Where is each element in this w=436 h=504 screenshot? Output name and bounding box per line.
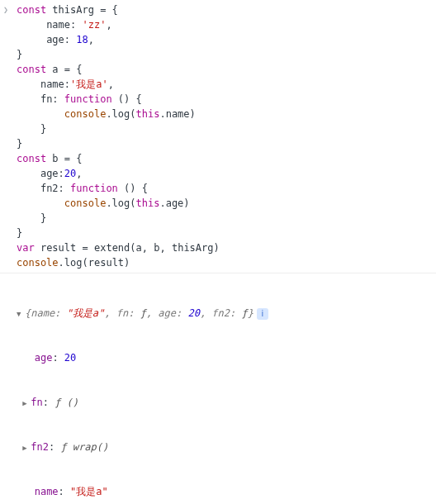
object-preview: {name: "我是a", fn: ƒ, age: 20, fn2: ƒ} [25,307,254,319]
object-prop-age[interactable]: age: 20 [17,350,431,365]
code-content: const thisArg = { name: 'zz', age: 18, }… [17,2,431,270]
object-summary-line[interactable]: {name: "我是a", fn: ƒ, age: 20, fn2: ƒ}i [17,306,431,321]
log-gutter [3,276,17,277]
input-marker-icon [3,2,17,16]
disclosure-triangle-right-icon[interactable] [22,443,31,454]
devtools-console: const thisArg = { name: 'zz', age: 18, }… [0,0,436,504]
object-prop-name[interactable]: name: "我是a" [17,484,431,499]
disclosure-triangle-right-icon[interactable] [22,398,31,410]
object-prop-fn2[interactable]: fn2: ƒ wrap() [17,440,431,454]
disclosure-triangle-down-icon[interactable] [17,309,25,321]
info-badge-icon[interactable]: i [257,308,268,320]
console-entry-log-object[interactable]: {name: "我是a", fn: ƒ, age: 20, fn2: ƒ}i a… [0,273,436,504]
object-expansion: {name: "我是a", fn: ƒ, age: 20, fn2: ƒ}i a… [17,276,431,504]
console-entry-input[interactable]: const thisArg = { name: 'zz', age: 18, }… [0,0,436,273]
object-prop-fn[interactable]: fn: ƒ () [17,395,431,410]
